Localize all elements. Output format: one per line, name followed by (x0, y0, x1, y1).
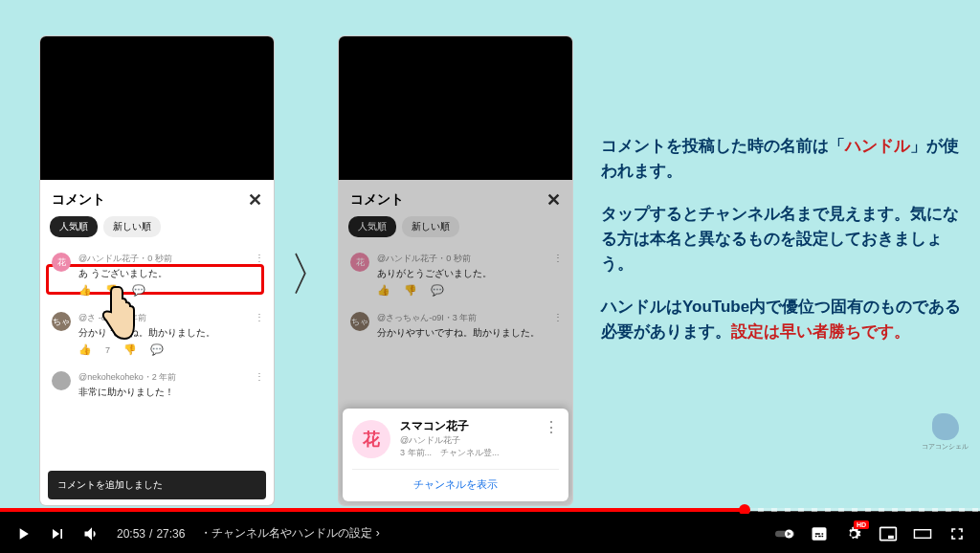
comment-row[interactable]: ちゃ @さ -o9I・3 年前 分かり ですね。助かりました。 👍 7 👎 💬 … (40, 304, 274, 364)
comment-meta: @ハンドル花子・0 秒前 (78, 253, 262, 265)
miniplayer-button[interactable] (879, 524, 898, 543)
avatar: ちゃ (52, 312, 71, 331)
thumbs-up-icon[interactable]: 👍 (78, 284, 92, 297)
channel-subinfo: 3 年前... チャンネル登... (400, 447, 500, 459)
player-controls: 20:53 / 27:36 ・チャンネル名やハンドルの設定 › HD (0, 514, 980, 553)
watermark-icon (932, 413, 959, 440)
phone-mockup-right: コメント ✕ 人気順 新しい順 花 @ハンドル花子・0 秒前 ありがとうございま… (339, 36, 572, 505)
comment-text: 非常に助かりました！ (78, 386, 262, 399)
thumbs-up-icon[interactable]: 👍 (78, 343, 92, 356)
settings-button[interactable]: HD (844, 524, 863, 543)
time-current: 20:53 (117, 527, 145, 541)
show-channel-link[interactable]: チャンネルを表示 (352, 469, 559, 492)
more-icon[interactable]: ⋮ (544, 418, 559, 436)
watermark-label: コアコンシェル (922, 442, 969, 452)
tab-newest[interactable]: 新しい順 (103, 216, 161, 237)
more-icon[interactable]: ⋮ (255, 253, 264, 263)
time-separator: / (149, 527, 152, 541)
hd-badge: HD (854, 520, 869, 529)
subtitles-button[interactable] (810, 524, 829, 543)
phone-mockup-left: コメント ✕ 人気順 新しい順 花 @ハンドル花子・0 秒前 あ うございました… (40, 36, 274, 505)
progress-bar[interactable] (0, 508, 980, 512)
next-button[interactable] (48, 524, 67, 543)
text: コメントを投稿した時の名前は「 (601, 137, 845, 155)
text-highlight: ハンドル (845, 137, 910, 155)
like-count: 7 (105, 345, 110, 355)
theater-mode-button[interactable] (913, 524, 932, 543)
arrow-right-icon: 〉 (289, 244, 335, 305)
channel-name: スマコン花子 (400, 418, 500, 434)
more-icon[interactable]: ⋮ (255, 371, 264, 382)
chapter-title[interactable]: ・チャンネル名やハンドルの設定 › (200, 525, 379, 542)
close-icon[interactable]: ✕ (248, 189, 262, 210)
comment-meta: @nekohekoheko・2 年前 (78, 371, 262, 384)
comments-title: コメント (52, 191, 105, 209)
tab-popular[interactable]: 人気順 (50, 216, 98, 237)
svg-rect-2 (914, 529, 930, 538)
more-icon[interactable]: ⋮ (255, 312, 264, 322)
avatar (52, 371, 71, 390)
channel-popup: ⋮ 花 スマコン花子 @ハンドル花子 3 年前... チャンネル登... チャン… (343, 409, 568, 501)
thumbs-down-icon[interactable]: 👎 (123, 343, 137, 356)
channel-handle: @ハンドル花子 (400, 434, 500, 447)
explanation-text: コメントを投稿した時の名前は「ハンドル」が使われます。 タップするとチャンネル名… (601, 134, 965, 362)
comment-text: あ うございました。 (78, 267, 262, 280)
progress-buffered (745, 508, 980, 512)
fullscreen-button[interactable] (947, 524, 967, 543)
comment-row[interactable]: @nekohekoheko・2 年前 非常に助かりました！ ⋮ (40, 364, 274, 407)
progress-played (0, 508, 745, 512)
phone-video-placeholder (40, 36, 274, 180)
channel-avatar: 花 (352, 420, 390, 458)
chevron-right-icon: › (376, 526, 380, 540)
reply-icon[interactable]: 💬 (150, 343, 164, 356)
play-button[interactable] (13, 524, 33, 543)
avatar: 花 (52, 253, 71, 272)
comment-row[interactable]: 花 @ハンドル花子・0 秒前 あ うございました。 👍 👎 💬 ⋮ (40, 245, 274, 304)
snackbar: コメントを追加しました (48, 471, 266, 499)
text: タップするとチャンネル名まで見えます。気になる方は本名と異なるものを設定しておき… (601, 202, 965, 277)
time-display: 20:53 / 27:36 (117, 527, 185, 541)
autoplay-toggle[interactable] (775, 524, 794, 543)
channel-watermark[interactable]: コアコンシェル (922, 413, 969, 452)
time-duration: 27:36 (156, 527, 185, 541)
volume-button[interactable] (82, 524, 101, 543)
pointing-hand-cursor (96, 283, 138, 344)
video-slide-area: コメント ✕ 人気順 新しい順 花 @ハンドル花子・0 秒前 あ うございました… (0, 0, 980, 511)
text-highlight: 設定は早い者勝ちです。 (731, 322, 910, 341)
